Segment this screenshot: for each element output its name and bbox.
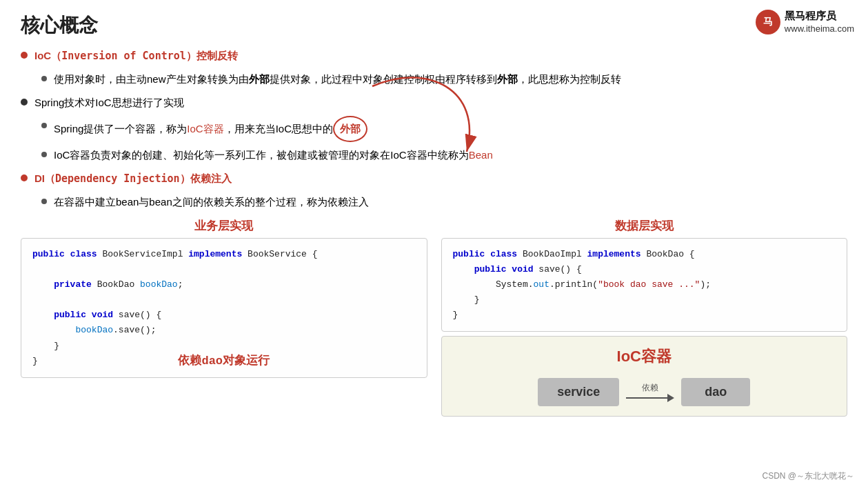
- main-content: IoC（Inversion of Control）控制反转 使用对象时，由主动n…: [0, 46, 868, 212]
- di-heading: DI（Dependency Injection）依赖注入: [34, 168, 847, 189]
- ioc-heading: IoC（Inversion of Control）控制反转: [34, 46, 847, 66]
- ioc-service-node: service: [538, 378, 619, 406]
- bullet-dot-di: [21, 174, 28, 181]
- di-sub-text: 在容器中建立bean与bean之间的依赖关系的整个过程，称为依赖注入: [54, 192, 847, 212]
- bullet-dot-spring: [21, 99, 28, 106]
- waibu-circle: 外部: [333, 116, 367, 142]
- arrow-shaft: [626, 397, 667, 399]
- right-code-line-2: public void save() {: [453, 262, 836, 277]
- ioc-container-title: IoC容器: [617, 346, 672, 367]
- list-item-ioc: IoC（Inversion of Control）控制反转: [21, 46, 847, 66]
- sub-dot-spring2: [41, 152, 47, 157]
- bullet-dot-ioc: [21, 52, 28, 59]
- code-line-1: public class BookServiceImpl implements …: [32, 247, 416, 262]
- ioc-dao-node: dao: [681, 378, 750, 406]
- ioc-arrow: 依赖: [626, 382, 674, 402]
- right-code-panel: 数据层实现 public class BookDaoImpl implement…: [441, 218, 848, 417]
- right-code-label: 数据层实现: [441, 218, 848, 234]
- sub-dot-di: [41, 199, 47, 204]
- spring-sub2-text: IoC容器负责对象的创建、初始化等一系列工作，被创建或被管理的对象在IoC容器中…: [54, 145, 847, 166]
- ioc-sub1-text: 使用对象时，由主动new产生对象转换为由外部提供对象，此过程中对象创建控制权由程…: [54, 69, 847, 90]
- list-item-spring-sub1: Spring提供了一个容器，称为IoC容器，用来充当IoC思想中的外部: [41, 116, 847, 142]
- brand-name: 黑马程序员: [785, 8, 854, 23]
- list-item-ioc-sub: 使用对象时，由主动new产生对象转换为由外部提供对象，此过程中对象创建控制权由程…: [41, 69, 847, 90]
- brand-url: www.itheima.com: [785, 23, 854, 35]
- arrow-label-text: 依赖: [642, 382, 658, 394]
- right-code-line-5: }: [453, 308, 836, 323]
- code-line-4: bookDao.save();: [32, 323, 416, 338]
- logo-icon: 马: [756, 10, 780, 34]
- right-code-line-3: System.out.println("book dao save ...");: [453, 277, 836, 292]
- code-line-3: public void save() {: [32, 308, 416, 323]
- right-code-line-4: }: [453, 292, 836, 308]
- ioc-container-box: IoC容器 service 依赖 dao: [441, 336, 848, 417]
- dao-rely-label: 依赖dao对象运行: [178, 352, 270, 372]
- logo-area: 马 黑马程序员 www.itheima.com: [756, 8, 854, 35]
- right-code-box: public class BookDaoImpl implements Book…: [441, 238, 848, 332]
- arrow-line: [626, 394, 674, 402]
- list-item-spring: Spring技术对IoC思想进行了实现: [21, 92, 847, 113]
- logo-text: 黑马程序员 www.itheima.com: [785, 8, 854, 35]
- code-line-blank1: [32, 262, 416, 277]
- code-line-2: private BookDao bookDao;: [32, 277, 416, 292]
- sub-dot-spring1: [41, 123, 47, 128]
- code-line-blank2: [32, 292, 416, 308]
- csdn-watermark: CSDN @～东北大咣花～: [762, 470, 854, 482]
- ioc-title-text: IoC（Inversion of Control）控制反转: [34, 50, 238, 61]
- left-code-panel: 业务层实现 public class BookServiceImpl imple…: [21, 218, 427, 417]
- arrow-head: [667, 394, 674, 402]
- main-bullet-list: IoC（Inversion of Control）控制反转 使用对象时，由主动n…: [21, 46, 847, 212]
- list-item-spring-sub2: IoC容器负责对象的创建、初始化等一系列工作，被创建或被管理的对象在IoC容器中…: [41, 145, 847, 166]
- left-code-label: 业务层实现: [21, 218, 427, 234]
- spring-heading: Spring技术对IoC思想进行了实现: [34, 92, 847, 113]
- code-section: 业务层实现 public class BookServiceImpl imple…: [0, 218, 868, 417]
- left-code-box: public class BookServiceImpl implements …: [21, 238, 427, 378]
- spring-sub1-text: Spring提供了一个容器，称为IoC容器，用来充当IoC思想中的外部: [54, 116, 847, 142]
- right-code-line-1: public class BookDaoImpl implements Book…: [453, 247, 836, 262]
- list-item-di-sub: 在容器中建立bean与bean之间的依赖关系的整个过程，称为依赖注入: [41, 192, 847, 212]
- ioc-nodes-row: service 依赖 dao: [538, 378, 750, 406]
- list-item-di: DI（Dependency Injection）依赖注入: [21, 168, 847, 189]
- sub-dot-1: [41, 76, 47, 81]
- page-title: 核心概念: [0, 0, 868, 46]
